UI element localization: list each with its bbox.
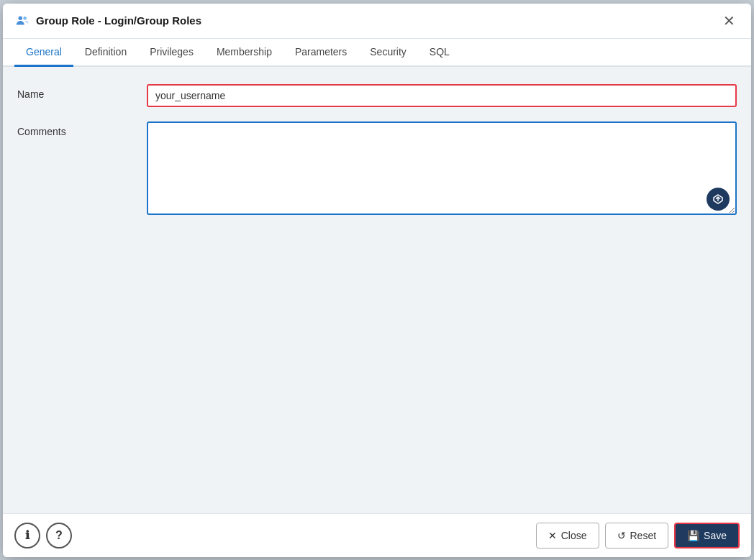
close-icon: ✕ (548, 530, 557, 541)
name-label: Name (17, 84, 147, 100)
dialog: Group Role - Login/Group Roles ✕ General… (3, 4, 751, 557)
info-button[interactable]: ℹ (14, 523, 40, 548)
tab-general[interactable]: General (14, 39, 73, 67)
name-field-wrapper (147, 84, 737, 107)
save-label: Save (704, 530, 727, 541)
reset-label: Reset (630, 530, 657, 541)
save-icon: 💾 (687, 530, 699, 541)
reset-button[interactable]: ↺ Reset (605, 523, 669, 548)
footer-left: ℹ ? (14, 523, 72, 548)
svg-point-0 (19, 16, 23, 19)
tab-membership[interactable]: Membership (205, 39, 283, 67)
name-row: Name (17, 84, 737, 107)
tab-parameters[interactable]: Parameters (283, 39, 358, 67)
close-button[interactable]: ✕ Close (536, 523, 599, 548)
dialog-header: Group Role - Login/Group Roles ✕ (3, 4, 751, 39)
svg-point-1 (23, 17, 27, 20)
tab-security[interactable]: Security (358, 39, 418, 67)
tabs-bar: General Definition Privileges Membership… (3, 39, 751, 67)
group-role-icon (14, 13, 30, 29)
comments-wrapper (147, 121, 737, 218)
ai-icon (712, 193, 724, 205)
reset-icon: ↺ (617, 530, 626, 541)
comments-textarea[interactable] (147, 121, 737, 215)
tab-content: Name Comments (3, 67, 751, 513)
close-label: Close (561, 530, 587, 541)
tab-sql[interactable]: SQL (418, 39, 461, 67)
tab-privileges[interactable]: Privileges (138, 39, 205, 67)
comments-field-wrapper (147, 121, 737, 218)
save-button[interactable]: 💾 Save (674, 523, 740, 548)
tab-definition[interactable]: Definition (73, 39, 138, 67)
comments-label: Comments (17, 121, 147, 137)
ai-assist-button[interactable] (707, 188, 730, 211)
footer: ℹ ? ✕ Close ↺ Reset 💾 Save (3, 513, 751, 557)
dialog-title: Group Role - Login/Group Roles (14, 13, 201, 29)
name-input[interactable] (147, 84, 737, 107)
close-dialog-button[interactable]: ✕ (719, 12, 740, 29)
comments-row: Comments (17, 121, 737, 218)
help-button[interactable]: ? (46, 523, 72, 548)
footer-right: ✕ Close ↺ Reset 💾 Save (536, 523, 740, 548)
